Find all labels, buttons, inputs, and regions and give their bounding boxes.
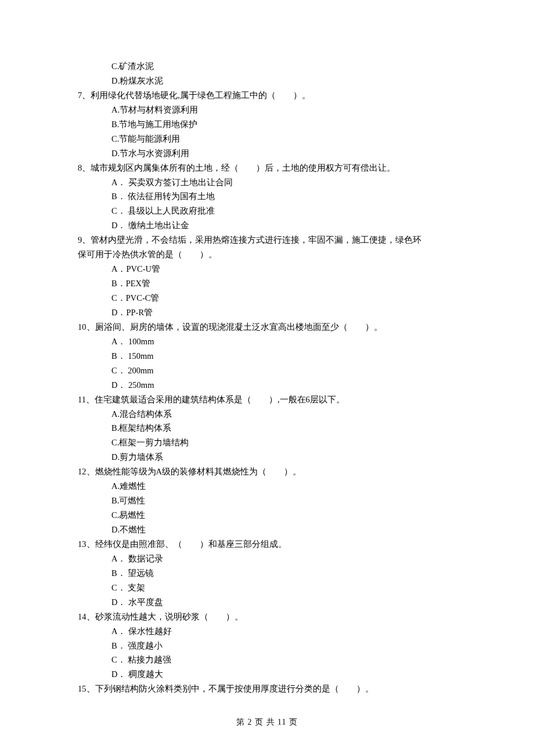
q13-option-a: A． 数据记录: [78, 552, 459, 566]
q9-stem-line1: 9、管材内壁光滑，不会结垢，采用热熔连接方式进行连接，牢固不漏，施工便捷，绿色环: [78, 233, 459, 247]
q11-stem: 11、住宅建筑最适合采用的建筑结构体系是（ ）,一般在6层以下。: [78, 393, 459, 407]
q8-option-c: C． 县级以上人民政府批准: [78, 204, 459, 218]
q9-option-a: A．PVC-U管: [78, 262, 459, 276]
q10-option-b: B． 150mm: [78, 349, 459, 363]
q7-option-d: D.节水与水资源利用: [78, 146, 459, 161]
q8-option-d: D． 缴纳土地出让金: [78, 218, 459, 233]
q8-option-a: A． 买卖双方签订土地出让合同: [78, 175, 459, 190]
page-footer: 第 2 页 共 11 页: [0, 715, 534, 729]
q15-stem: 15、下列钢结构防火涂料类别中，不属于按使用厚度进行分类的是（ ）。: [78, 682, 459, 696]
q9-option-b: B．PEX管: [78, 276, 459, 291]
q13-option-d: D． 水平度盘: [78, 595, 459, 610]
q12-stem: 12、燃烧性能等级为A级的装修材料其燃烧性为（ ）。: [78, 465, 459, 479]
q9-option-c: C．PVC-C管: [78, 291, 459, 305]
q11-option-d: D.剪力墙体系: [78, 450, 459, 465]
q14-stem: 14、砂浆流动性越大，说明砂浆（ ）。: [78, 610, 459, 624]
q13-stem: 13、经纬仪是由照准部、（ ）和基座三部分组成。: [78, 537, 459, 552]
q10-option-a: A． 100mm: [78, 334, 459, 349]
q14-option-d: D． 稠度越大: [78, 667, 459, 682]
q10-stem: 10、厕浴间、厨房的墙体，设置的现浇混凝土泛水宜高出楼地面至少（ ）。: [78, 320, 459, 334]
q9-stem-line2: 保可用于冷热供水管的是（ ）。: [78, 247, 459, 262]
q7-option-b: B.节地与施工用地保护: [78, 117, 459, 132]
q11-option-c: C.框架一剪力墙结构: [78, 435, 459, 450]
q8-stem: 8、城市规划区内属集体所有的土地，经（ ）后，土地的使用权方可有偿出让。: [78, 161, 459, 175]
q12-option-d: D.不燃性: [78, 523, 459, 537]
q12-option-b: B.可燃性: [78, 494, 459, 508]
q10-option-d: D． 250mm: [78, 378, 459, 393]
q6-option-d: D.粉煤灰水泥: [78, 74, 459, 88]
q7-option-a: A.节材与材料资源利用: [78, 103, 459, 117]
q12-option-c: C.易燃性: [78, 508, 459, 523]
q14-option-c: C． 粘接力越强: [78, 653, 459, 667]
q7-option-c: C.节能与能源利用: [78, 132, 459, 146]
q10-option-c: C． 200mm: [78, 363, 459, 378]
q14-option-b: B． 强度越小: [78, 639, 459, 653]
q8-option-b: B． 依法征用转为国有土地: [78, 189, 459, 204]
q6-option-c: C.矿渣水泥: [78, 59, 459, 74]
q13-option-c: C． 支架: [78, 581, 459, 595]
q11-option-a: A.混合结构体系: [78, 407, 459, 422]
q9-option-d: D．PP-R管: [78, 305, 459, 320]
q12-option-a: A.难燃性: [78, 479, 459, 494]
q11-option-b: B.框架结构体系: [78, 421, 459, 435]
q7-stem: 7、利用绿化代替场地硬化,属于绿色工程施工中的（ ）。: [78, 88, 459, 103]
q13-option-b: B． 望远镜: [78, 566, 459, 581]
document-page: C.矿渣水泥 D.粉煤灰水泥 7、利用绿化代替场地硬化,属于绿色工程施工中的（ …: [0, 0, 534, 756]
q14-option-a: A． 保水性越好: [78, 624, 459, 639]
